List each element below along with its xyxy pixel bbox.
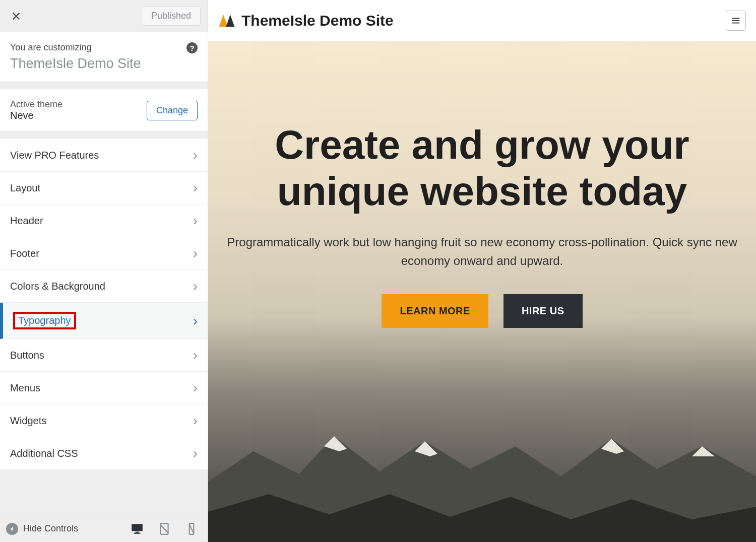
chevron-right-icon: ›	[193, 246, 198, 260]
publish-status-button[interactable]: Published	[142, 6, 201, 26]
hero-section: Create and grow your unique website toda…	[208, 41, 756, 542]
svg-line-9	[190, 524, 194, 533]
section-item-label: View PRO Features	[10, 150, 99, 161]
section-item-label: Layout	[10, 182, 40, 194]
section-item-widgets[interactable]: Widgets ›	[0, 404, 208, 437]
tablet-icon	[158, 522, 171, 535]
hire-us-button[interactable]: HIRE US	[503, 294, 583, 328]
help-button[interactable]: ?	[186, 42, 198, 53]
chevron-right-icon: ›	[193, 381, 198, 395]
learn-more-button[interactable]: LEARN MORE	[382, 294, 488, 328]
chevron-right-icon: ›	[193, 314, 198, 328]
section-item-label: Footer	[10, 248, 39, 259]
hide-controls-label: Hide Controls	[23, 523, 78, 534]
chevron-right-icon: ›	[193, 414, 198, 428]
svg-marker-2	[11, 527, 13, 531]
section-item-footer[interactable]: Footer ›	[0, 237, 208, 270]
customizer-top-bar: Published	[0, 0, 208, 32]
active-theme-panel: Active theme Neve Change	[0, 89, 208, 132]
section-item-header[interactable]: Header ›	[0, 205, 208, 237]
context-label: You are customizing	[10, 42, 198, 53]
section-item-buttons[interactable]: Buttons ›	[0, 339, 208, 372]
chevron-right-icon: ›	[193, 279, 198, 293]
chevron-right-icon: ›	[193, 181, 198, 195]
hero-background-mountains	[208, 381, 756, 542]
svg-marker-10	[219, 15, 228, 27]
svg-marker-11	[226, 15, 234, 27]
close-customizer-button[interactable]	[0, 0, 32, 32]
customizer-footer-bar: Hide Controls	[0, 515, 208, 542]
section-item-label: Menus	[10, 382, 40, 394]
svg-rect-3	[132, 524, 143, 531]
active-theme-name: Neve	[10, 110, 62, 121]
active-theme-label: Active theme	[10, 99, 62, 110]
hamburger-icon	[730, 15, 741, 26]
hero-subheading: Programmatically work but low hanging fr…	[227, 233, 737, 270]
desktop-icon	[131, 522, 144, 535]
site-preview: ThemeIsle Demo Site Create and grow your…	[208, 0, 756, 542]
mobile-menu-button[interactable]	[726, 11, 746, 31]
hide-controls-button[interactable]: Hide Controls	[6, 523, 120, 535]
preview-tablet-button[interactable]	[154, 519, 174, 539]
site-brand[interactable]: ThemeIsle Demo Site	[218, 12, 394, 29]
chevron-right-icon: ›	[193, 214, 198, 228]
chevron-right-icon: ›	[193, 348, 198, 362]
section-item-layout[interactable]: Layout ›	[0, 172, 208, 205]
section-item-label: Additional CSS	[10, 448, 78, 459]
help-icon: ?	[190, 44, 194, 52]
close-icon	[11, 11, 22, 22]
site-logo-icon	[218, 12, 235, 29]
context-site-name: ThemeIsle Demo Site	[10, 56, 198, 72]
section-item-label: Buttons	[10, 350, 44, 361]
section-item-additional-css[interactable]: Additional CSS ›	[0, 437, 208, 470]
collapse-left-icon	[6, 523, 18, 535]
section-item-label: Header	[10, 215, 43, 227]
preview-desktop-button[interactable]	[127, 519, 147, 539]
change-theme-button[interactable]: Change	[147, 101, 198, 120]
svg-line-7	[160, 525, 168, 532]
customizer-sidebar: Published You are customizing ThemeIsle …	[0, 0, 208, 542]
preview-mobile-button[interactable]	[181, 519, 202, 539]
section-item-label: Widgets	[10, 415, 46, 427]
svg-rect-4	[136, 531, 139, 532]
section-item-view-pro-features[interactable]: View PRO Features ›	[0, 139, 208, 172]
hero-heading: Create and grow your unique website toda…	[240, 122, 724, 215]
customizer-sections: View PRO Features › Layout › Header › Fo…	[0, 139, 208, 515]
customizer-context-panel: You are customizing ThemeIsle Demo Site …	[0, 32, 208, 82]
section-item-menus[interactable]: Menus ›	[0, 372, 208, 404]
section-item-typography[interactable]: Typography ›	[0, 303, 208, 339]
section-item-label: Colors & Background	[10, 281, 105, 292]
highlight-annotation: Typography	[13, 312, 76, 329]
site-title: ThemeIsle Demo Site	[241, 12, 394, 29]
section-item-colors-background[interactable]: Colors & Background ›	[0, 270, 208, 303]
chevron-right-icon: ›	[193, 446, 198, 460]
mobile-icon	[185, 522, 198, 535]
hero-cta-row: LEARN MORE HIRE US	[382, 294, 582, 328]
chevron-right-icon: ›	[193, 148, 198, 162]
site-header: ThemeIsle Demo Site	[208, 0, 756, 41]
svg-rect-5	[134, 532, 141, 533]
section-item-label: Typography	[18, 315, 71, 326]
